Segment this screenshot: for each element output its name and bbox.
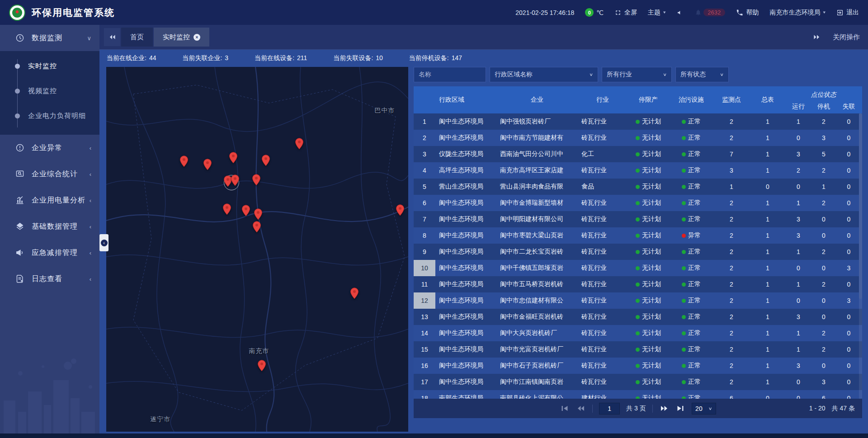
fullscreen-button[interactable]: 全屏 (614, 9, 637, 17)
close-icon[interactable]: × (193, 34, 200, 41)
sidebar-item-label: 企业综合统计 (32, 170, 90, 179)
pagination-bar: 1 共 3 页 20∨ 1 - 20 (414, 399, 862, 418)
top-header: 环保用电监管系统 2021-02-25 17:46:18 0 ℃ 全屏 主题▾ … (0, 0, 868, 25)
next-page-button[interactable] (659, 405, 669, 412)
notifications[interactable]: 2632 (695, 9, 726, 16)
sidebar-item-基础数据管理[interactable]: 基础数据管理‹ (0, 213, 99, 240)
sidebar-item-label: 日志查看 (32, 274, 90, 284)
table-row[interactable]: 10 阆中生态环境局 阆中千佛镇五郎垭页岩 砖瓦行业 无计划 正常 2 1 0 … (414, 260, 862, 276)
map-pin-icon[interactable] (252, 174, 261, 186)
sidebar-item-日志查看[interactable]: 日志查看‹ (0, 266, 99, 292)
col-facility: 治污设施 (669, 86, 713, 113)
col-industry: 行业 (578, 86, 627, 113)
speaker-icon[interactable] (677, 9, 684, 16)
app-title: 环保用电监管系统 (32, 6, 115, 19)
table-row[interactable]: 1 阆中生态环境局 阆中强锐页岩砖厂 砖瓦行业 无计划 正常 2 1 1 2 0 (414, 113, 862, 130)
map-roads (106, 67, 408, 432)
sidebar-item-label: 企业用电量分析 (32, 196, 90, 205)
table-row[interactable]: 17 阆中生态环境局 阆中市江南镇阆南页岩 砖瓦行业 无计划 正常 2 1 0 … (414, 374, 862, 390)
chevron-down-icon: ∨ (720, 72, 724, 77)
chevron-down-icon: ▾ (663, 10, 666, 14)
theme-dropdown[interactable]: 主题▾ (648, 9, 666, 17)
help-button[interactable]: 帮助 (736, 9, 759, 17)
table-row[interactable]: 5 营山生态环境局 营山县润丰肉食品有限 食品 无计划 正常 1 0 0 1 0 (414, 179, 862, 195)
region-select[interactable]: 行政区域名称∨ (490, 67, 598, 82)
table-row[interactable]: 4 高坪生态环境局 南充市高坪区王家店建 砖瓦行业 无计划 正常 3 1 2 2… (414, 162, 862, 179)
map-pin-icon[interactable] (295, 138, 304, 150)
chevron-left-icon: ‹ (90, 171, 91, 178)
map-pin-icon[interactable] (253, 221, 261, 233)
map-pin-icon[interactable] (254, 208, 263, 220)
map-panel[interactable]: 巴中市南充市遂宁市 (106, 67, 408, 432)
last-page-button[interactable] (675, 405, 685, 412)
table-row[interactable]: 15 阆中生态环境局 阆中市光富页岩机砖厂 砖瓦行业 无计划 正常 2 1 1 … (414, 341, 862, 358)
sidebar-item-应急减排管理[interactable]: 应急减排管理‹ (0, 240, 99, 266)
sidebar-item-label: 应急减排管理 (32, 248, 90, 258)
sidebar-item-企业用电量分析[interactable]: 企业用电量分析‹ (0, 187, 99, 213)
table-row[interactable]: 13 阆中生态环境局 阆中市金福旺页岩机砖 砖瓦行业 无计划 正常 2 1 3 … (414, 309, 862, 325)
table-row[interactable]: 14 阆中生态环境局 阆中大兴页岩机砖厂 砖瓦行业 无计划 正常 2 1 1 2… (414, 325, 862, 341)
notification-count-badge: 2632 (703, 9, 726, 16)
table-row[interactable]: 18 南部生态环境局 南部县砖化上泥有限公 建材行业 无计划 正常 6 0 0 … (414, 390, 862, 399)
map-pin-icon[interactable] (350, 287, 359, 299)
close-operations-button[interactable]: 关闭操作 (833, 33, 860, 42)
org-dropdown[interactable]: 南充市生态环境局▾ (769, 9, 826, 17)
page-number-input[interactable]: 1 (599, 403, 620, 414)
alert-icon (15, 143, 24, 152)
map-pin-icon[interactable] (223, 203, 231, 215)
sidebar-subitem-企业电力负荷明细[interactable]: 企业电力负荷明细 (0, 104, 99, 128)
first-page-button[interactable] (560, 405, 570, 412)
sidebar-subitem-视频监控[interactable]: 视频监控 (0, 79, 99, 104)
tab-实时监控[interactable]: 实时监控× (154, 28, 209, 47)
tabs-scroll-left-button[interactable] (104, 28, 120, 46)
tab-首页[interactable]: 首页 (121, 28, 153, 47)
table-row[interactable]: 8 阆中生态环境局 阆中市枣碧大梁山页岩 砖瓦行业 无计划 异常 2 1 3 0… (414, 227, 862, 244)
map-pin-icon[interactable] (180, 155, 189, 167)
table-scrollbar[interactable] (859, 113, 862, 399)
sidebar-subitem-实时监控[interactable]: 实时监控 (0, 54, 99, 79)
sidebar-item-label: 基础数据管理 (32, 222, 90, 231)
sidebar-collapse-handle[interactable]: ‹ (99, 234, 108, 251)
map-pin-icon[interactable] (203, 159, 212, 170)
double-chevron-right-icon[interactable] (813, 34, 820, 40)
map-pin-icon[interactable] (262, 155, 270, 166)
industry-select[interactable]: 所有行业∨ (602, 67, 672, 82)
map-city-label-南充市: 南充市 (249, 347, 269, 355)
skyline-decoration (0, 349, 99, 434)
prev-page-button[interactable] (576, 405, 586, 412)
page-total-label: 共 3 页 (626, 405, 646, 413)
table-body: 1 阆中生态环境局 阆中强锐页岩砖厂 砖瓦行业 无计划 正常 2 1 1 2 0… (414, 113, 862, 399)
col-group-point-status: 点位状态 (786, 86, 861, 100)
logout-button[interactable]: 退出 (836, 9, 859, 17)
tabs-container: 首页实时监控× (120, 28, 209, 47)
table-row[interactable]: 11 阆中生态环境局 阆中市五马桥页岩机砖 砖瓦行业 无计划 正常 2 1 1 … (414, 276, 862, 292)
table-row[interactable]: 9 阆中生态环境局 阆中市二龙长宝页岩砖 砖瓦行业 无计划 正常 2 1 1 2… (414, 244, 862, 260)
map-pin-icon[interactable] (229, 152, 238, 164)
table-row[interactable]: 3 仪陇生态环境局 西南油气田分公司川中 化工 无计划 正常 7 1 3 5 0 (414, 146, 862, 162)
table-row[interactable]: 2 阆中生态环境局 阆中市南方节能建材有 砖瓦行业 无计划 正常 2 1 0 3… (414, 130, 862, 146)
table-panel: 名称 行政区域名称∨ 所有行业∨ 所有状态∨ 行政区域 企业 行业 (414, 67, 862, 418)
map-pin-icon[interactable] (231, 174, 240, 186)
map-pin-icon[interactable] (258, 360, 266, 372)
sidebar-item-企业异常[interactable]: 企业异常‹ (0, 135, 99, 161)
chevron-left-icon: ‹ (101, 240, 108, 246)
table-row[interactable]: 6 阆中生态环境局 阆中市金博瑞新型墙材 砖瓦行业 无计划 正常 2 1 1 2… (414, 195, 862, 211)
map-pin-icon[interactable] (242, 205, 250, 217)
stat-当前失联企业: 当前失联企业:3 (182, 54, 228, 62)
chevron-left-icon: ‹ (90, 197, 91, 204)
tabbar: 首页实时监控× 关闭操作 (99, 25, 868, 50)
page-size-select[interactable]: 20∨ (692, 403, 716, 414)
name-search-input[interactable]: 名称 (414, 67, 486, 82)
table-header: 行政区域 企业 行业 停限产 治污设施 监测点 总表 点位状态 运行 停机 失联 (414, 86, 862, 113)
map-pin-icon[interactable] (396, 204, 405, 216)
table-row[interactable]: 12 阆中生态环境局 阆中市忠信建材有限公 砖瓦行业 无计划 正常 2 1 0 … (414, 292, 862, 309)
table-row[interactable]: 16 阆中生态环境局 阆中市石子页岩机砖厂 砖瓦行业 无计划 正常 2 1 3 … (414, 358, 862, 374)
table-row[interactable]: 7 阆中生态环境局 阆中明阳建材有限公司 砖瓦行业 无计划 正常 2 1 3 0… (414, 211, 862, 227)
megaphone-icon (15, 248, 24, 257)
sidebar-item-企业综合统计[interactable]: 企业综合统计‹ (0, 161, 99, 187)
sidebar-item-数据监测[interactable]: 数据监测∨ (0, 25, 99, 51)
range-label: 1 - 20 (809, 405, 826, 413)
chevron-left-icon: ‹ (90, 223, 91, 230)
col-points: 监测点 (713, 86, 750, 113)
status-select[interactable]: 所有状态∨ (675, 67, 729, 82)
